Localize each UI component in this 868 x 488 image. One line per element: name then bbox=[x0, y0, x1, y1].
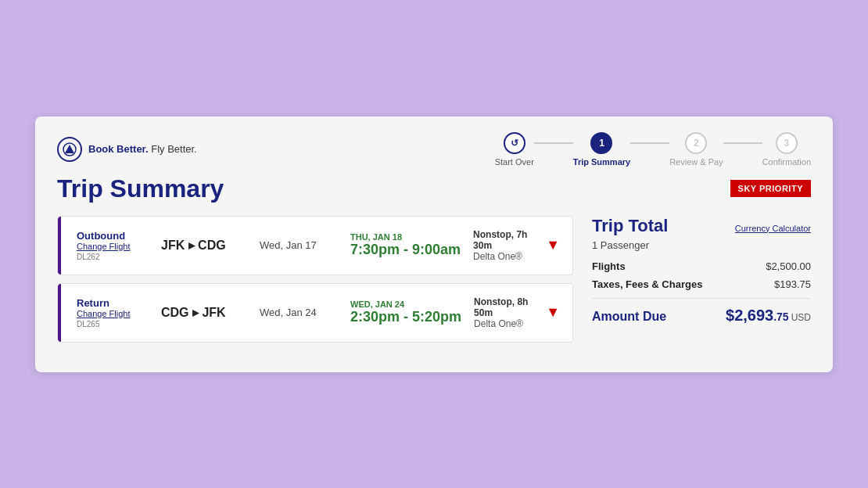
return-change-flight[interactable]: Change Flight bbox=[77, 309, 149, 318]
flights-price-row: Flights $2,500.00 bbox=[592, 260, 811, 272]
step-confirmation[interactable]: 3 Confirmation bbox=[762, 132, 811, 167]
trip-total-title: Trip Total bbox=[592, 216, 668, 236]
currency-calculator-link[interactable]: Currency Calculator bbox=[735, 224, 811, 233]
return-time-col: WED, JAN 24 2:30pm - 5:20pm bbox=[350, 300, 461, 325]
return-flight-number: DL265 bbox=[77, 320, 149, 328]
amount-due-row: Amount Due $2,693.75USD bbox=[592, 307, 811, 325]
outbound-route: JFK ▸ CDG bbox=[161, 238, 247, 253]
step-start-over-label: Start Over bbox=[495, 157, 534, 167]
amount-due-currency: USD bbox=[791, 312, 811, 323]
step-confirmation-label: Confirmation bbox=[762, 157, 811, 167]
outbound-change-flight[interactable]: Change Flight bbox=[77, 242, 149, 251]
title-row: Trip Summary SKY PRIORITY bbox=[57, 174, 811, 203]
outbound-time-col: THU, JAN 18 7:30pm - 9:00am bbox=[350, 232, 461, 258]
return-route: CDG ▸ JFK bbox=[161, 305, 247, 320]
main-content: Outbound Change Flight DL262 JFK ▸ CDG W… bbox=[57, 216, 811, 350]
amount-due-value: $2,693.75USD bbox=[726, 307, 811, 325]
step-review-pay-circle: 2 bbox=[685, 132, 707, 154]
outbound-cabin: Delta One® bbox=[473, 251, 533, 262]
trip-total-header: Trip Total Currency Calculator bbox=[592, 216, 811, 236]
taxes-amount: $193.75 bbox=[774, 278, 811, 290]
taxes-label: Taxes, Fees & Charges bbox=[592, 278, 702, 290]
outbound-time: 7:30pm - 9:00am bbox=[350, 242, 461, 258]
return-time-day-label: WED, JAN 24 bbox=[350, 300, 461, 309]
step-start-over[interactable]: ↺ Start Over bbox=[495, 132, 534, 167]
return-cabin: Delta One® bbox=[474, 318, 533, 329]
sky-priority-badge: SKY PRIORITY bbox=[730, 180, 811, 197]
logo-text: Book Better. Fly Better. bbox=[88, 143, 197, 155]
return-expand-icon[interactable]: ▼ bbox=[546, 304, 560, 321]
flights-amount: $2,500.00 bbox=[766, 260, 811, 272]
amount-due-label: Amount Due bbox=[592, 310, 666, 324]
outbound-flight-card: Outbound Change Flight DL262 JFK ▸ CDG W… bbox=[57, 216, 573, 275]
outbound-expand-icon[interactable]: ▼ bbox=[546, 237, 560, 253]
return-date: Wed, Jan 24 bbox=[260, 307, 338, 318]
step-review-pay-label: Review & Pay bbox=[669, 157, 723, 167]
step-line-1 bbox=[534, 142, 573, 144]
outbound-type: Outbound bbox=[77, 230, 149, 242]
outbound-nonstop: Nonstop, 7h 30m bbox=[473, 229, 533, 251]
step-line-2 bbox=[630, 142, 669, 144]
flights-label: Flights bbox=[592, 260, 626, 272]
return-details: Nonstop, 8h 50m Delta One® bbox=[474, 296, 533, 329]
step-start-over-circle: ↺ bbox=[504, 132, 525, 154]
step-review-pay[interactable]: 2 Review & Pay bbox=[669, 132, 723, 167]
return-time: 2:30pm - 5:20pm bbox=[350, 309, 461, 325]
outbound-date: Wed, Jan 17 bbox=[260, 239, 338, 251]
step-line-3 bbox=[723, 142, 762, 144]
price-divider bbox=[592, 298, 811, 299]
flights-panel: Outbound Change Flight DL262 JFK ▸ CDG W… bbox=[57, 216, 573, 350]
step-confirmation-circle: 3 bbox=[776, 132, 798, 154]
outbound-time-day-label: THU, JAN 18 bbox=[350, 232, 461, 242]
svg-marker-1 bbox=[65, 145, 74, 153]
amount-due-main: $2,693 bbox=[726, 307, 773, 324]
trip-summary-card: Book Better. Fly Better. ↺ Start Over 1 … bbox=[35, 117, 833, 372]
passenger-count: 1 Passenger bbox=[592, 239, 811, 251]
amount-due-cents: .75 bbox=[773, 310, 788, 323]
outbound-info-left: Outbound Change Flight DL262 bbox=[70, 230, 149, 261]
trip-total-panel: Trip Total Currency Calculator 1 Passeng… bbox=[592, 216, 811, 350]
taxes-price-row: Taxes, Fees & Charges $193.75 bbox=[592, 278, 811, 290]
outbound-details: Nonstop, 7h 30m Delta One® bbox=[473, 229, 533, 262]
return-flight-card: Return Change Flight DL265 CDG ▸ JFK Wed… bbox=[57, 283, 573, 343]
steps-nav: ↺ Start Over 1 Trip Summary 2 Review & P… bbox=[495, 132, 811, 167]
logo-area: Book Better. Fly Better. bbox=[57, 137, 197, 162]
page-title: Trip Summary bbox=[57, 174, 224, 203]
return-nonstop: Nonstop, 8h 50m bbox=[474, 296, 533, 318]
step-trip-summary[interactable]: 1 Trip Summary bbox=[573, 132, 630, 167]
return-type: Return bbox=[77, 297, 149, 309]
outbound-flight-number: DL262 bbox=[77, 253, 149, 261]
step-trip-summary-label: Trip Summary bbox=[573, 157, 630, 167]
return-info-left: Return Change Flight DL265 bbox=[70, 297, 149, 328]
header: Book Better. Fly Better. ↺ Start Over 1 … bbox=[57, 132, 811, 167]
step-trip-summary-circle: 1 bbox=[590, 132, 612, 154]
delta-logo bbox=[57, 137, 82, 162]
